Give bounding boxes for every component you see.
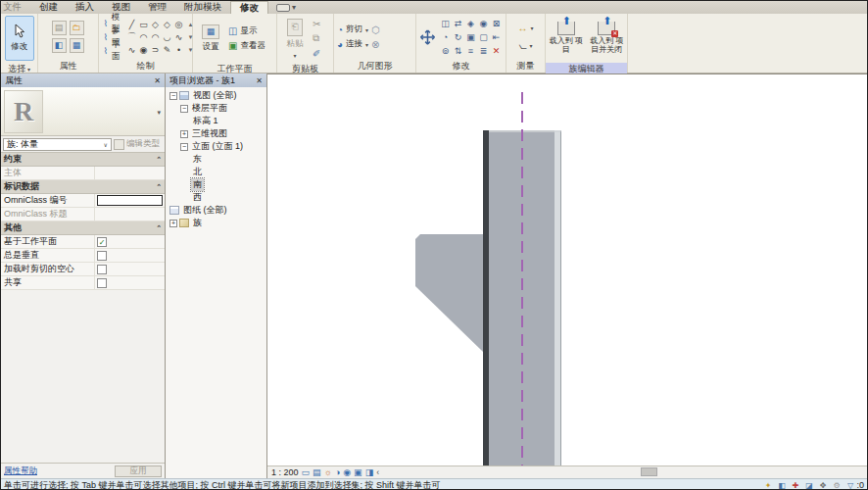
edit-type-button[interactable]: 编辑类型 bbox=[114, 138, 165, 150]
tab-manage[interactable]: 管理 bbox=[139, 1, 175, 14]
temporary-hide-icon[interactable]: ◉ bbox=[343, 467, 351, 477]
close-icon[interactable]: ✕ bbox=[154, 76, 161, 85]
tree-item-west[interactable]: 西 bbox=[166, 191, 266, 204]
family-category-icon[interactable]: 🗀 bbox=[70, 21, 84, 35]
draw-tool-icon[interactable]: ╱ bbox=[126, 18, 138, 30]
collapse-icon[interactable]: − bbox=[169, 92, 177, 100]
visual-style-icon[interactable]: ▤ bbox=[313, 467, 321, 477]
draw-tool-icon[interactable]: ▭ bbox=[138, 18, 150, 30]
match-type-button[interactable]: ✐ bbox=[313, 46, 320, 60]
property-value[interactable] bbox=[95, 194, 165, 207]
draw-tool-icon[interactable]: ⊃ bbox=[150, 43, 162, 56]
modify-tool-icon[interactable]: ⊠ bbox=[490, 17, 503, 30]
cut-to-clipboard-button[interactable]: ✂ bbox=[313, 17, 320, 30]
type-selector-preview[interactable]: R ▾ bbox=[1, 87, 165, 136]
properties-title-bar[interactable]: 属性 ✕ bbox=[1, 74, 165, 87]
modify-tool-icon[interactable]: ▣ bbox=[464, 30, 477, 44]
tab-modify[interactable]: 修改 bbox=[230, 1, 268, 14]
modify-tool-icon[interactable]: ≣ bbox=[477, 44, 490, 58]
modify-tool-icon[interactable]: ⇅ bbox=[452, 44, 464, 58]
modify-tool-icon[interactable]: ◈ bbox=[464, 17, 477, 30]
load-into-project-close-button[interactable]: ⬆✕ 载入到 项目并关闭 bbox=[590, 16, 625, 61]
draw-tool-icon[interactable]: ◡ bbox=[162, 30, 173, 43]
close-icon[interactable]: ✕ bbox=[256, 76, 263, 85]
modify-tool-icon[interactable]: ⇤ bbox=[490, 30, 503, 44]
collapse-view-bar-icon[interactable]: ‹ bbox=[376, 467, 379, 477]
tab-file[interactable]: 文件 bbox=[1, 1, 30, 14]
draw-tool-icon[interactable]: ◠ bbox=[150, 30, 162, 43]
property-value[interactable] bbox=[95, 167, 165, 179]
tree-item-sheets[interactable]: 图纸 (全部) bbox=[166, 204, 266, 217]
collapse-icon[interactable]: − bbox=[180, 105, 188, 113]
view-scale-button[interactable]: 1 : 200 bbox=[271, 467, 299, 477]
tree-item-views[interactable]: −视图 (全部) bbox=[166, 89, 266, 102]
apply-button[interactable]: 应用 bbox=[115, 466, 162, 477]
tree-item-floor-plans[interactable]: −楼层平面 bbox=[166, 102, 266, 115]
modify-tool-icon[interactable]: ⇄ bbox=[452, 17, 464, 30]
expand-icon[interactable]: + bbox=[180, 130, 188, 138]
filter-icon[interactable]: ▽ bbox=[844, 480, 855, 490]
modify-tool-icon[interactable]: ⊚ bbox=[439, 44, 452, 58]
collapse-icon[interactable]: − bbox=[180, 143, 188, 151]
checkbox-icon[interactable] bbox=[97, 278, 107, 288]
modify-tool-icon[interactable]: ◔ bbox=[439, 30, 452, 44]
property-value[interactable] bbox=[95, 276, 165, 289]
gear-icon[interactable]: ⚙ bbox=[831, 480, 842, 490]
modify-tool-icon[interactable]: ≡ bbox=[464, 44, 477, 58]
properties-help-link[interactable]: 属性帮助 bbox=[4, 466, 37, 477]
elevation-view[interactable] bbox=[267, 74, 867, 466]
omniclass-number-input[interactable] bbox=[97, 195, 163, 206]
properties-palette-icon[interactable]: ▤ bbox=[52, 21, 67, 35]
detail-level-icon[interactable]: ▭ bbox=[302, 467, 311, 477]
crop-region-icon[interactable]: ◨ bbox=[365, 467, 374, 477]
draw-tool-icon[interactable]: ∿ bbox=[173, 30, 185, 43]
draw-tool-icon[interactable]: ◎ bbox=[173, 18, 185, 30]
chevron-down-icon[interactable]: ▾ bbox=[157, 109, 161, 117]
property-section-header[interactable]: 标识数据⌃ bbox=[1, 180, 165, 194]
move-tool-icon[interactable] bbox=[419, 26, 436, 48]
family-types-icon[interactable]: ◧ bbox=[52, 38, 67, 53]
viewer-button[interactable]: ▣ 查看器 bbox=[228, 39, 265, 53]
tab-insert[interactable]: 插入 bbox=[67, 1, 103, 14]
draw-tool-icon[interactable]: ✎ bbox=[162, 43, 173, 56]
draw-tool-icon[interactable]: • bbox=[173, 43, 185, 56]
tree-item-elevations[interactable]: −立面 (立面 1) bbox=[166, 140, 266, 153]
modify-tool-icon[interactable]: ▢ bbox=[477, 30, 490, 44]
draw-tool-icon[interactable]: ◇ bbox=[150, 18, 162, 30]
tab-addins[interactable]: 附加模块 bbox=[175, 1, 230, 14]
copy-to-clipboard-button[interactable]: ⧉ bbox=[313, 31, 320, 45]
measure-angle-button[interactable]: ⦦ ▾ bbox=[518, 39, 532, 53]
modify-tool-button[interactable]: 修改 bbox=[5, 16, 34, 61]
reference-centerline[interactable] bbox=[521, 92, 523, 466]
draw-tool-icon[interactable]: ◇ bbox=[162, 18, 173, 30]
draw-tool-icon[interactable]: ◉ bbox=[138, 43, 150, 56]
mass-column-highlight[interactable] bbox=[555, 130, 561, 466]
tree-item-level-1[interactable]: 标高 1 bbox=[166, 115, 266, 127]
editing-requests-icon[interactable]: ◧ bbox=[776, 480, 787, 490]
horizontal-scrollbar-thumb[interactable] bbox=[641, 467, 657, 476]
family-filter-select[interactable]: 族: 体量 ∨ bbox=[3, 138, 112, 151]
tree-item-north[interactable]: 北 bbox=[166, 166, 266, 178]
property-value[interactable] bbox=[95, 263, 165, 275]
expand-icon[interactable]: + bbox=[169, 220, 177, 227]
draw-tool-icon[interactable]: ∿ bbox=[126, 43, 138, 56]
drag-elements-icon[interactable]: ✥ bbox=[817, 480, 828, 490]
tree-item-families[interactable]: +族 bbox=[166, 217, 266, 229]
drawing-canvas[interactable]: 1 : 200 ▭▤☼◑◉▣◨ ‹ bbox=[267, 74, 867, 478]
tree-item-east[interactable]: 东 bbox=[166, 153, 266, 166]
set-work-plane-button[interactable]: ▦ 设置 bbox=[196, 16, 225, 61]
modify-tool-icon[interactable]: ↻ bbox=[452, 30, 464, 44]
modify-tool-icon[interactable]: ✕ bbox=[490, 44, 503, 58]
paste-button[interactable]: ⎗ 粘贴 ▾ bbox=[280, 16, 310, 61]
sun-path-icon[interactable]: ☼ bbox=[324, 467, 332, 477]
load-into-project-button[interactable]: ⬆ 载入到 项目 bbox=[549, 16, 584, 61]
property-section-header[interactable]: 其他⌃ bbox=[1, 221, 165, 235]
tree-item-south[interactable]: 南 bbox=[166, 178, 266, 191]
property-section-header[interactable]: 约束⌃ bbox=[1, 153, 165, 167]
type-properties-icon[interactable]: ▦ bbox=[70, 38, 84, 53]
measure-between-refs-button[interactable]: ↔ ▾ bbox=[517, 22, 533, 35]
draw-tool-icon[interactable]: ◠ bbox=[138, 30, 150, 43]
modify-tool-icon[interactable]: ◫ bbox=[439, 17, 452, 30]
design-options-icon[interactable]: ◪ bbox=[803, 480, 814, 490]
checkbox-icon[interactable] bbox=[97, 265, 107, 274]
